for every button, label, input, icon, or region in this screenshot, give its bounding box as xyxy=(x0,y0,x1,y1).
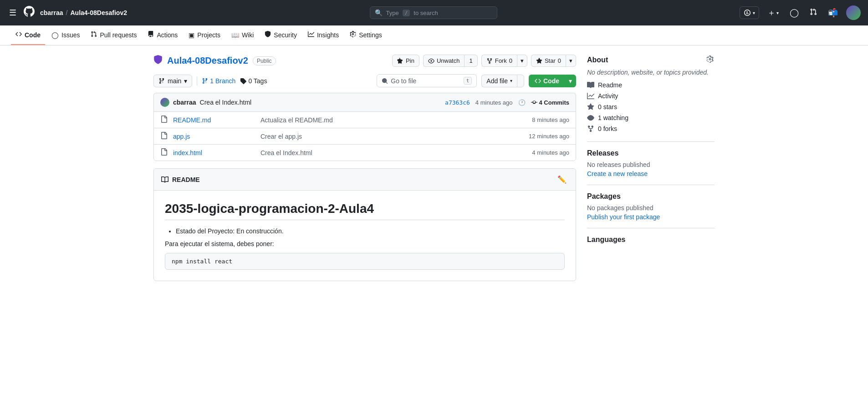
activity-link-label: Activity xyxy=(598,92,618,100)
plus-button[interactable]: ＋▾ xyxy=(765,5,781,20)
section-divider xyxy=(587,185,715,185)
tab-settings-label: Settings xyxy=(359,31,382,39)
settings-nav-icon xyxy=(350,31,356,39)
actions-nav-icon xyxy=(148,31,154,39)
code-dropdown-button[interactable]: ▾ xyxy=(565,75,576,87)
tab-insights-label: Insights xyxy=(317,31,339,39)
commit-time: 4 minutes ago xyxy=(475,99,513,106)
file-row: index.html Crea el Index.html 4 minutes … xyxy=(154,145,576,161)
readme-edit-button[interactable]: ✏️ xyxy=(556,173,568,186)
readme-link-label: Readme xyxy=(598,81,622,89)
file-table: README.md Actualiza el README.md 8 minut… xyxy=(153,111,576,161)
create-release-link[interactable]: Create a new release xyxy=(587,170,648,177)
tag-count-link[interactable]: 0 Tags xyxy=(240,77,267,85)
search-rest-text: to search xyxy=(414,10,438,16)
code-nav-icon xyxy=(15,31,22,39)
releases-section: Releases No releases published Create a … xyxy=(587,149,715,177)
readme-title: README xyxy=(161,176,200,183)
star-button[interactable]: Star 0 xyxy=(531,55,566,67)
languages-section: Languages xyxy=(587,236,715,244)
breadcrumb: cbarraa / Aula4-08Desafiov2 xyxy=(40,9,127,16)
readme-link[interactable]: Readme xyxy=(587,81,715,89)
tab-security-label: Security xyxy=(274,31,297,39)
stars-link[interactable]: 0 stars xyxy=(587,103,715,111)
issues-icon-button[interactable]: ◯ xyxy=(787,5,802,20)
add-file-button[interactable]: Add file ▾ xyxy=(481,75,517,87)
tab-security[interactable]: Security xyxy=(260,25,301,45)
section-divider xyxy=(587,141,715,142)
tab-pull-requests[interactable]: Pull requests xyxy=(86,25,141,45)
tab-wiki[interactable]: 📖 Wiki xyxy=(227,26,258,45)
publish-package-link[interactable]: Publish your first package xyxy=(587,213,660,221)
file-commit-msg: Crear el app.js xyxy=(260,133,523,140)
copilot-button[interactable]: ▾ xyxy=(740,6,759,19)
about-section: About No description, website, or topics… xyxy=(587,55,715,132)
file-name-link[interactable]: index.html xyxy=(173,149,255,156)
branch-count-link[interactable]: 1 Branch xyxy=(202,77,235,85)
activity-link[interactable]: Activity xyxy=(587,92,715,100)
tab-insights[interactable]: Insights xyxy=(303,25,343,45)
tab-issues[interactable]: ◯ Issues xyxy=(47,26,84,45)
issues-nav-icon: ◯ xyxy=(51,31,59,39)
repo-actions: Pin Unwatch 1 Fork xyxy=(392,55,576,67)
search-placeholder-text: Type xyxy=(386,10,399,16)
tab-projects[interactable]: ▣ Projects xyxy=(184,26,225,45)
code-group: Code ▾ xyxy=(529,75,576,87)
github-logo-icon xyxy=(24,6,35,20)
fork-dropdown-button[interactable]: ▾ xyxy=(517,55,527,67)
repo-title-link[interactable]: Aula4-08Desafiov2 xyxy=(167,55,248,66)
commit-left: cbarraa Crea el Index.html xyxy=(160,98,251,107)
breadcrumb-repo[interactable]: Aula4-08Desafiov2 xyxy=(70,9,127,16)
tab-actions[interactable]: Actions xyxy=(143,25,182,45)
breadcrumb-user[interactable]: cbarraa xyxy=(40,9,63,16)
readme-title-text: README xyxy=(172,176,200,183)
goto-file-search[interactable]: Go to file t xyxy=(377,74,477,87)
file-time: 12 minutes ago xyxy=(529,133,569,140)
commit-author-link[interactable]: cbarraa xyxy=(173,99,196,106)
search-box[interactable]: 🔍 Type / to search xyxy=(370,6,497,19)
watch-count: 1 xyxy=(469,57,472,64)
pulls-icon-button[interactable] xyxy=(807,6,820,20)
tab-code[interactable]: Code xyxy=(11,25,45,45)
star-dropdown-button[interactable]: ▾ xyxy=(566,55,576,67)
main-container: Aula4-08Desafiov2 Public Pin Unwatch 1 xyxy=(143,45,725,290)
commits-count-link[interactable]: 4 Commits xyxy=(531,99,569,106)
star-count: 0 xyxy=(558,57,561,64)
right-panel: About No description, website, or topics… xyxy=(587,55,715,281)
projects-nav-icon: ▣ xyxy=(189,31,194,39)
readme-code-block: npm install react xyxy=(165,253,565,270)
fork-count: 0 xyxy=(509,57,512,64)
branch-selector-button[interactable]: main ▾ xyxy=(153,75,192,87)
inbox-icon-button[interactable]: 📬 xyxy=(825,5,841,20)
forks-link[interactable]: 0 forks xyxy=(587,125,715,132)
pin-button[interactable]: Pin xyxy=(392,55,419,67)
watching-link[interactable]: 1 watching xyxy=(587,114,715,121)
search-icon: 🔍 xyxy=(375,9,383,16)
readme-bullet1: Estado del Proyecto: En construcción. xyxy=(176,227,565,235)
visibility-badge: Public xyxy=(253,56,276,65)
repo-nav: Code ◯ Issues Pull requests Actions ▣ Pr… xyxy=(0,25,868,45)
about-settings-button[interactable] xyxy=(705,55,715,65)
repo-title-section: Aula4-08Desafiov2 Public xyxy=(153,55,276,66)
fork-button[interactable]: Fork 0 xyxy=(481,55,517,67)
star-group: Star 0 ▾ xyxy=(531,55,576,67)
tab-prs-label: Pull requests xyxy=(100,31,137,39)
commit-info-row: cbarraa Crea el Index.html a7363c6 4 min… xyxy=(153,93,576,111)
file-name-link[interactable]: README.md xyxy=(173,116,255,124)
tab-settings[interactable]: Settings xyxy=(345,25,387,45)
search-slash-kbd: / xyxy=(403,10,410,16)
avatar[interactable] xyxy=(846,5,861,20)
watch-button[interactable]: Unwatch xyxy=(423,55,465,67)
code-button-label: Code xyxy=(543,77,559,85)
add-file-dropdown-button[interactable] xyxy=(517,75,524,87)
file-icon xyxy=(160,132,168,141)
hamburger-button[interactable]: ☰ xyxy=(7,6,18,20)
file-row: README.md Actualiza el README.md 8 minut… xyxy=(154,112,576,128)
wiki-nav-icon: 📖 xyxy=(231,31,239,39)
insights-nav-icon xyxy=(308,31,314,39)
fork-group: Fork 0 ▾ xyxy=(481,55,527,67)
code-button[interactable]: Code xyxy=(529,75,565,87)
watch-count-button[interactable]: 1 xyxy=(464,55,477,67)
file-name-link[interactable]: app.js xyxy=(173,133,255,140)
commit-time-icon: 🕐 xyxy=(518,99,526,106)
